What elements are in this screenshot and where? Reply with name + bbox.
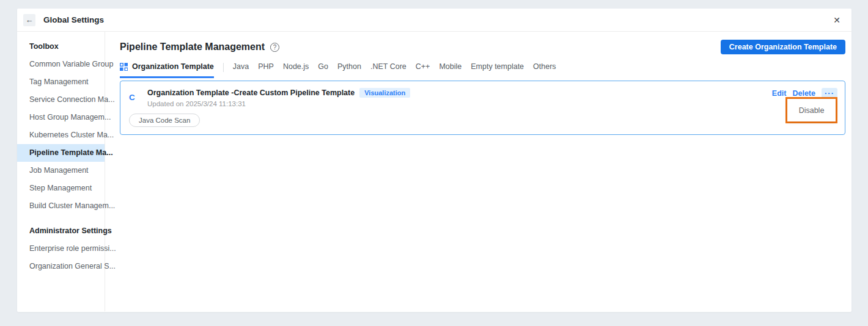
template-tabs: Organization Template Java PHP Node.js G… — [120, 62, 845, 78]
close-button[interactable]: ✕ — [833, 16, 840, 24]
global-settings-window: ← Global Settings ✕ Toolbox Common Varia… — [17, 9, 851, 312]
tab-nodejs[interactable]: Node.js — [283, 62, 309, 78]
sidebar-item-job-management[interactable]: Job Management — [17, 162, 105, 179]
template-updated-timestamp: Updated on 2025/3/24 11:13:31 — [147, 100, 410, 107]
tab-label: Organization Template — [132, 62, 214, 71]
back-button[interactable]: ← — [23, 14, 35, 26]
annotation-highlight-box: Disable — [785, 97, 837, 123]
delete-link[interactable]: Delete — [792, 89, 815, 98]
back-arrow-icon: ← — [26, 15, 34, 24]
tab-go[interactable]: Go — [318, 62, 328, 78]
grid-icon — [120, 63, 128, 71]
template-title: Organization Template -Create Custom Pip… — [147, 89, 355, 97]
sidebar-item-tag-management[interactable]: Tag Management — [17, 73, 105, 91]
sidebar-item-enterprise-role[interactable]: Enterprise role permissi... — [17, 240, 105, 258]
window-title: Global Settings — [43, 15, 104, 24]
tab-organization-template[interactable]: Organization Template — [120, 62, 214, 78]
sidebar-item-kubernetes-cluster[interactable]: Kubernetes Cluster Ma... — [17, 126, 105, 144]
tab-java[interactable]: Java — [233, 62, 249, 78]
tab-cpp[interactable]: C++ — [416, 62, 430, 78]
tab-empty-template[interactable]: Empty template — [471, 62, 524, 78]
tab-mobile[interactable]: Mobile — [439, 62, 462, 78]
template-card: C Organization Template -Create Custom P… — [120, 81, 845, 135]
tab-python[interactable]: Python — [337, 62, 361, 78]
tab-php[interactable]: PHP — [258, 62, 274, 78]
disable-menu-item[interactable]: Disable — [799, 106, 825, 115]
page-title: Pipeline Template Management — [120, 42, 265, 53]
actions-dropdown-menu: Disable — [787, 99, 836, 121]
sidebar-section-gap — [17, 215, 105, 222]
edit-link[interactable]: Edit — [772, 89, 787, 98]
template-tag: Java Code Scan — [129, 114, 200, 127]
sidebar-item-pipeline-template[interactable]: Pipeline Template Ma... — [17, 144, 105, 162]
tab-dotnet-core[interactable]: .NET Core — [370, 62, 406, 78]
visualization-badge: Visualization — [359, 88, 410, 98]
help-icon[interactable]: ? — [270, 43, 279, 52]
sidebar-item-organization-general[interactable]: Organization General S... — [17, 258, 105, 275]
sidebar-item-step-management[interactable]: Step Management — [17, 179, 105, 197]
close-icon: ✕ — [833, 15, 840, 25]
sidebar-item-service-connection[interactable]: Service Connection Ma... — [17, 91, 105, 109]
sidebar-section-administrator: Administrator Settings — [17, 222, 105, 240]
create-organization-template-button[interactable]: Create Organization Template — [721, 40, 845, 54]
settings-sidebar: Toolbox Common Variable Group Tag Manage… — [17, 32, 105, 311]
sidebar-item-host-group[interactable]: Host Group Managem... — [17, 109, 105, 126]
template-letter-icon: C — [129, 93, 138, 102]
ellipsis-icon: ··· — [825, 89, 834, 97]
sidebar-item-build-cluster[interactable]: Build Cluster Managem... — [17, 197, 105, 215]
sidebar-section-toolbox: Toolbox — [17, 38, 105, 56]
main-content: Pipeline Template Management ? Create Or… — [105, 32, 851, 311]
tab-others[interactable]: Others — [533, 62, 556, 78]
window-header: ← Global Settings ✕ — [17, 9, 851, 32]
tab-separator — [223, 63, 224, 72]
sidebar-item-common-variable-group[interactable]: Common Variable Group — [17, 56, 105, 73]
